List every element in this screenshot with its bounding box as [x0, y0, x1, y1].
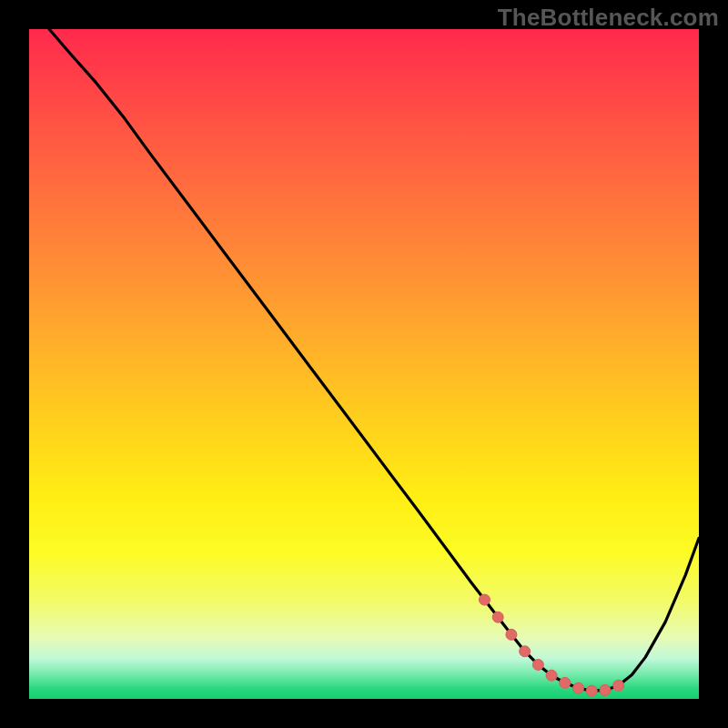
chart-highlight-dot	[613, 680, 624, 691]
watermark-text: TheBottleneck.com	[498, 4, 719, 32]
chart-plot-area	[29, 29, 699, 699]
chart-highlight-dot	[573, 682, 584, 693]
chart-svg	[29, 29, 699, 699]
chart-highlight-dot	[520, 646, 531, 657]
chart-highlight-dot	[492, 612, 503, 622]
chart-highlight-dot	[560, 677, 571, 688]
chart-highlight-dot	[546, 670, 557, 681]
chart-highlight-dot	[586, 685, 597, 696]
chart-highlight-dot	[532, 659, 543, 670]
chart-main-curve	[29, 29, 699, 691]
chart-highlight-dot	[506, 629, 517, 640]
chart-highlight-dot	[479, 594, 490, 605]
chart-highlight-dot	[600, 684, 611, 695]
